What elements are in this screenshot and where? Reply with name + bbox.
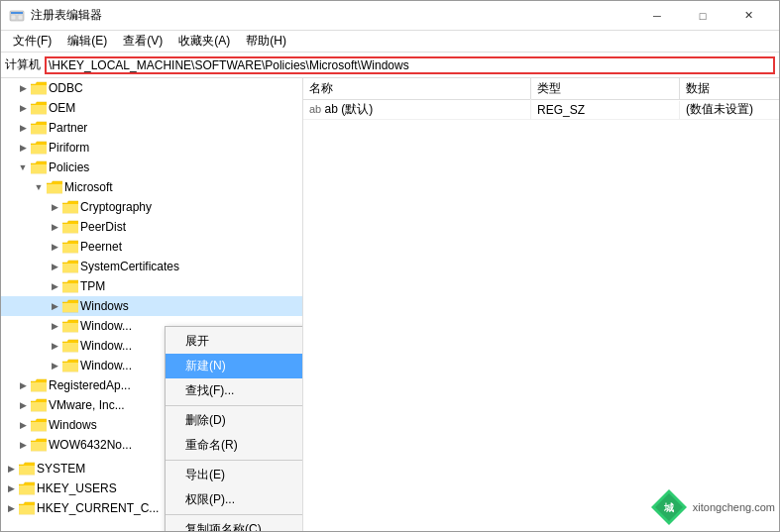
main-content: ▶ ODBC ▶ OEM ▶ — [1, 78, 779, 531]
tree-item-partner[interactable]: ▶ Partner — [1, 118, 302, 138]
context-expand[interactable]: 展开 — [166, 329, 303, 354]
expand-odbc[interactable]: ▶ — [17, 82, 29, 94]
folder-icon — [62, 359, 78, 372]
tree-item-tpm[interactable]: ▶ TPM — [1, 276, 302, 296]
expand-peerdist[interactable]: ▶ — [49, 221, 60, 233]
expand-oem[interactable]: ▶ — [17, 102, 29, 114]
minimize-button[interactable]: ─ — [634, 1, 680, 31]
svg-text:城: 城 — [663, 502, 675, 513]
menu-help[interactable]: 帮助(H) — [238, 31, 294, 52]
expand-registeredap[interactable]: ▶ — [17, 379, 29, 391]
folder-icon — [62, 299, 78, 313]
tree-label-hkey-current: HKEY_CURRENT_C... — [37, 501, 159, 515]
context-delete[interactable]: 删除(D) — [166, 408, 303, 433]
tree-item-peerdist[interactable]: ▶ PeerDist — [1, 217, 302, 237]
tree-item-microsoft[interactable]: ▼ Microsoft — [1, 177, 302, 197]
tree-item-systemcerts[interactable]: ▶ SystemCertificates — [1, 257, 302, 276]
context-find[interactable]: 查找(F)... — [166, 378, 303, 403]
watermark: 城 xitongcheng.com — [649, 487, 775, 527]
maximize-button[interactable]: □ — [680, 1, 725, 31]
menu-favorites[interactable]: 收藏夹(A) — [170, 31, 238, 52]
right-cell-data-default: (数值未设置) — [680, 99, 779, 120]
tree-item-oem[interactable]: ▶ OEM — [1, 98, 302, 118]
expand-windows-root[interactable]: ▶ — [17, 419, 29, 431]
title-bar-left: 注册表编辑器 — [9, 7, 102, 24]
menu-file[interactable]: 文件(F) — [5, 31, 59, 52]
right-cell-type-default: REG_SZ — [531, 101, 680, 119]
expand-window2[interactable]: ▶ — [49, 320, 60, 332]
tree-item-piriform[interactable]: ▶ Piriform — [1, 138, 302, 158]
tree-label-vmware: VMware, Inc... — [49, 398, 125, 412]
tree-label-windows: Windows — [80, 299, 129, 313]
col-header-type: 类型 — [531, 78, 680, 99]
context-permissions[interactable]: 权限(P)... — [166, 487, 303, 512]
tree-label-piriform: Piriform — [49, 141, 89, 155]
tree-label-peernet: Peernet — [80, 240, 122, 254]
expand-cryptography[interactable]: ▶ — [49, 201, 60, 213]
tree-label-policies: Policies — [49, 160, 89, 174]
context-divider-2 — [166, 460, 303, 461]
expand-window3[interactable]: ▶ — [49, 340, 60, 352]
menu-bar: 文件(F) 编辑(E) 查看(V) 收藏夹(A) 帮助(H) — [1, 31, 779, 53]
context-copy-name[interactable]: 复制项名称(C) — [166, 517, 303, 531]
folder-icon — [31, 418, 47, 432]
expand-microsoft[interactable]: ▼ — [33, 181, 45, 193]
tree-label-microsoft: Microsoft — [64, 180, 113, 194]
expand-policies[interactable]: ▼ — [17, 161, 29, 173]
tree-item-windows-selected[interactable]: ▶ Windows — [1, 296, 302, 316]
context-rename[interactable]: 重命名(R) — [166, 433, 303, 458]
folder-icon — [62, 279, 78, 293]
expand-tpm[interactable]: ▶ — [49, 280, 60, 292]
folder-icon — [19, 501, 35, 515]
expand-peernet[interactable]: ▶ — [49, 241, 60, 253]
tree-item-odbc[interactable]: ▶ ODBC — [1, 78, 302, 98]
right-cell-default-label: ab (默认) — [325, 102, 374, 116]
tree-item-cryptography[interactable]: ▶ Cryptography — [1, 197, 302, 217]
expand-hkey-current[interactable]: ▶ — [5, 502, 17, 514]
address-path-box: \HKEY_LOCAL_MACHINE\SOFTWARE\Policies\Mi… — [45, 56, 775, 74]
svg-rect-3 — [18, 15, 23, 20]
folder-icon — [19, 481, 35, 495]
tree-label-tpm: TPM — [80, 279, 105, 293]
tree-panel[interactable]: ▶ ODBC ▶ OEM ▶ — [1, 78, 303, 531]
expand-windows[interactable]: ▶ — [49, 300, 60, 312]
context-permissions-label: 权限(P)... — [185, 491, 235, 508]
close-button[interactable]: ✕ — [725, 1, 771, 31]
tree-label-window2: Window... — [80, 319, 132, 333]
address-bar: 计算机 \HKEY_LOCAL_MACHINE\SOFTWARE\Policie… — [1, 53, 779, 78]
context-delete-label: 删除(D) — [185, 412, 226, 429]
expand-system[interactable]: ▶ — [5, 463, 17, 475]
context-expand-label: 展开 — [185, 333, 209, 350]
tree-label-window4: Window... — [80, 359, 132, 372]
folder-icon — [62, 339, 78, 353]
svg-rect-1 — [11, 12, 23, 14]
tree-label-registeredap: RegisteredAp... — [49, 378, 131, 392]
folder-icon — [31, 81, 47, 95]
registry-editor-window: 注册表编辑器 ─ □ ✕ 文件(F) 编辑(E) 查看(V) 收藏夹(A) 帮助… — [0, 0, 780, 532]
context-new[interactable]: 新建(N) ▶ — [166, 354, 303, 378]
right-cell-name-default: ab ab (默认) — [303, 99, 531, 120]
app-icon — [9, 8, 25, 24]
folder-open-icon — [31, 160, 47, 174]
menu-edit[interactable]: 编辑(E) — [59, 31, 115, 52]
expand-piriform[interactable]: ▶ — [17, 142, 29, 154]
expand-systemcerts[interactable]: ▶ — [49, 261, 60, 272]
context-export[interactable]: 导出(E) — [166, 463, 303, 487]
tree-label-cryptography: Cryptography — [80, 200, 152, 214]
expand-partner[interactable]: ▶ — [17, 122, 29, 134]
expand-hkey-users[interactable]: ▶ — [5, 482, 17, 494]
tree-item-peernet[interactable]: ▶ Peernet — [1, 237, 302, 257]
expand-wow6432[interactable]: ▶ — [17, 439, 29, 451]
folder-icon — [31, 101, 47, 115]
tree-item-policies[interactable]: ▼ Policies — [1, 158, 302, 177]
address-label: 计算机 — [5, 56, 41, 73]
menu-view[interactable]: 查看(V) — [115, 31, 170, 52]
right-row-default[interactable]: ab ab (默认) REG_SZ (数值未设置) — [303, 100, 779, 120]
expand-window4[interactable]: ▶ — [49, 360, 60, 372]
title-bar: 注册表编辑器 ─ □ ✕ — [1, 1, 779, 31]
ab-icon: ab — [309, 103, 321, 115]
context-rename-label: 重命名(R) — [185, 437, 238, 454]
context-export-label: 导出(E) — [185, 467, 225, 483]
context-find-label: 查找(F)... — [185, 382, 234, 399]
expand-vmware[interactable]: ▶ — [17, 399, 29, 411]
